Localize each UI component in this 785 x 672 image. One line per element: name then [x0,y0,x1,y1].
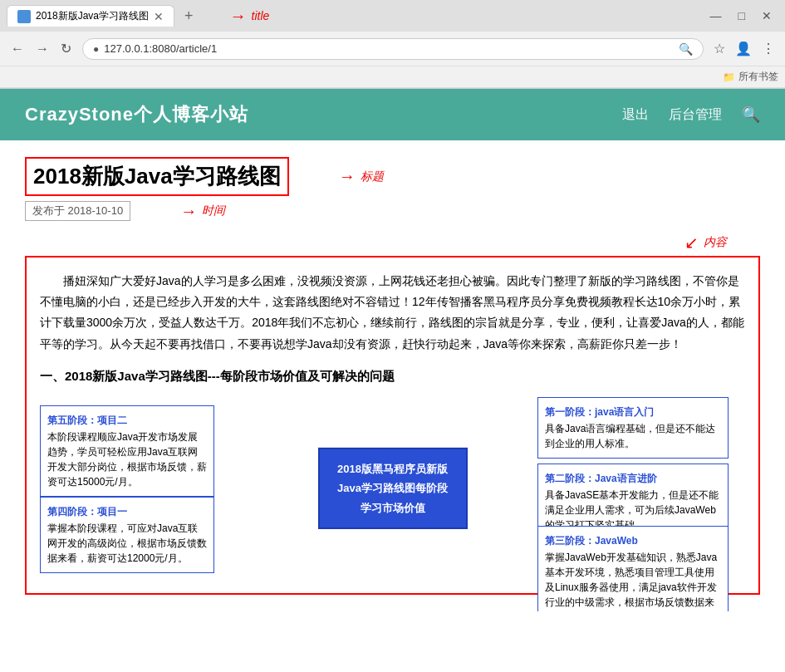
reload-button[interactable]: ↻ [56,37,76,60]
diagram-box-bot-left-content: 掌握本阶段课程，可应对Java互联网开发的高级岗位，根据市场反馈数据来看，薪资可… [47,521,207,566]
bookmarks-folder[interactable]: 📁 所有书签 [723,70,778,84]
article-date-row: 发布于 2018-10-10 → 时间 [25,201,760,221]
diagram-box-top-left-content: 本阶段课程顺应Java开发市场发展趋势，学员可轻松应用Java互联网开发大部分岗… [47,429,207,489]
new-tab-button[interactable]: + [181,7,197,25]
address-bar[interactable]: ● 127.0.0.1:8080/article/1 🔍 [82,38,704,60]
article-area: 2018新版Java学习路线图 → 标题 发布于 2018-10-10 → 时间… [0,140,785,611]
tab-title: 2018新版Java学习路线图 [36,9,149,23]
title-arrow-icon: → [339,167,356,186]
diagram-center-box: 2018版黑马程序员新版Java学习路线图每阶段学习市场价值 [318,448,468,529]
diagram-container: 2018版黑马程序员新版Java学习路线图每阶段学习市场价值 第一阶段：java… [40,397,745,580]
diagram-box-top-left: 第五阶段：项目二 本阶段课程顺应Java开发市场发展趋势，学员可轻松应用Java… [40,405,214,497]
diagram-box-top-right-content: 具备Java语言编程基础，但是还不能达到企业的用人标准。 [545,421,721,451]
minimize-button[interactable]: — [704,7,729,24]
title-annotation: → title [230,7,270,26]
active-tab[interactable]: 2018新版Java学习路线图 ✕ [7,5,174,27]
time-arrow-icon: → [180,202,197,221]
content-arrow-icon: ↙ [684,233,699,253]
time-annotation-row: → 时间 [180,202,225,221]
maximize-button[interactable]: □ [732,7,752,24]
article-date: 发布于 2018-10-10 [25,201,130,221]
diagram-box-bot-right-content: 掌握JavaWeb开发基础知识，熟悉Java基本开发环境，熟悉项目管理工具使用及… [545,550,721,611]
diagram-box-bot-left: 第四阶段：项目一 掌握本阶段课程，可应对Java互联网开发的高级岗位，根据市场反… [40,497,214,573]
bookmark-star-button[interactable]: ☆ [710,37,729,60]
logout-link[interactable]: 退出 [622,106,649,124]
tab-close-button[interactable]: ✕ [154,11,164,22]
admin-link[interactable]: 后台管理 [669,106,722,124]
article-title-row: 2018新版Java学习路线图 → 标题 [25,157,760,196]
content-annotation-row: ↙ 内容 [25,233,760,253]
article-section-title: 一、2018新版Java学习路线图---每阶段市场价值及可解决的问题 [40,365,745,387]
diagram-box-top-right-title: 第一阶段：java语言入门 [545,405,721,419]
article-body-text: 播妞深知广大爱好Java的人学习是多么困难，没视频没资源，上网花钱还老担心被骗。… [40,271,745,355]
search-icon[interactable]: 🔍 [742,105,760,124]
page-content: CrazyStone个人博客小站 退出 后台管理 🔍 2018新版Java学习路… [0,89,785,611]
diagram-box-top-right: 第一阶段：java语言入门 具备Java语言编程基础，但是还不能达到企业的用人标… [537,397,729,459]
site-header: CrazyStone个人博客小站 退出 后台管理 🔍 [0,89,785,140]
diagram-box-bot-right-title: 第三阶段：JavaWeb [545,533,721,548]
title-annotation-label: 标题 [361,169,384,184]
title-annotation-row: → 标题 [339,167,384,186]
article-content-box: 播妞深知广大爱好Java的人学习是多么困难，没视频没资源，上网花钱还老担心被骗。… [25,256,760,595]
title-arrow-icon: → [230,7,247,26]
browser-actions: ☆ 👤 ⋮ [710,37,778,60]
browser-controls: ← → ↻ ● 127.0.0.1:8080/article/1 🔍 ☆ 👤 ⋮ [0,32,785,66]
diagram-box-top-left-title: 第五阶段：项目二 [47,413,207,428]
profile-button[interactable]: 👤 [732,37,755,60]
close-button[interactable]: ✕ [755,7,778,24]
tab-favicon [17,10,31,23]
diagram-box-mid-right-title: 第二阶段：Java语言进阶 [545,471,721,486]
time-annotation-label: 时间 [202,204,225,218]
tab-bar: 2018新版Java学习路线图 ✕ + → title — □ ✕ [0,0,785,32]
bookmarks-label: 所有书签 [738,70,778,84]
diagram-box-bot-left-title: 第四阶段：项目一 [47,504,207,519]
folder-icon: 📁 [723,71,735,83]
content-annotation: ↙ 内容 [684,233,727,253]
lock-icon: ● [93,43,99,55]
address-search-icon: 🔍 [679,42,693,56]
site-nav: 退出 后台管理 🔍 [622,105,760,124]
forward-button[interactable]: → [32,38,53,60]
back-button[interactable]: ← [7,38,28,60]
title-annotation-label: title [252,9,270,22]
diagram-box-bot-right: 第三阶段：JavaWeb 掌握JavaWeb开发基础知识，熟悉Java基本开发环… [537,526,729,611]
bookmarks-bar: 📁 所有书签 [0,66,785,88]
content-annotation-label: 内容 [704,235,727,250]
site-title: CrazyStone个人博客小站 [25,102,248,127]
url-text: 127.0.0.1:8080/article/1 [104,42,674,55]
article-title: 2018新版Java学习路线图 [25,157,289,196]
menu-button[interactable]: ⋮ [758,37,778,60]
